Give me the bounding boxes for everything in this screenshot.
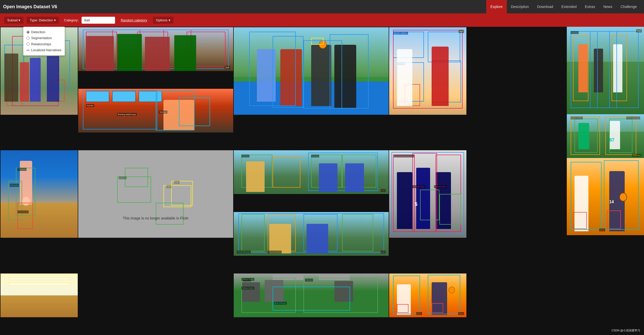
nav-news[interactable]: News [599,0,616,13]
random-category-button[interactable]: Random category [118,17,150,24]
toolbar: Subset ▾ Type: Detection ▾ Category: Ran… [0,13,644,27]
subset-label: Subset [7,18,18,22]
type-dropdown: Detection Segmentation Relationships Loc… [23,27,65,56]
dash-localized [27,50,30,50]
type-option-relationships[interactable]: Relationships [27,41,62,47]
image-cell-soccer-right[interactable]: Bear Bear [389,274,466,317]
image-cell-10[interactable]: Plant (Group) Plant (Group) Ball [234,212,389,256]
image-cell-unavailable[interactable]: Person Ball Ball This image is no longer… [78,150,233,238]
radio-relationships [27,42,30,46]
category-input[interactable] [82,17,115,24]
type-button[interactable]: Type: Detection ▾ [27,17,59,24]
top-nav: Open Images Dataset V6 Explore Descripti… [0,0,644,13]
options-button[interactable]: Options ▾ [153,17,173,24]
radio-detection [27,31,30,34]
subset-button[interactable]: Subset ▾ [4,17,23,24]
image-cell-9[interactable]: Human face (Group) Human face Human face… [389,150,466,238]
type-chevron: ▾ [54,18,56,22]
image-cell-3[interactable] [234,27,389,115]
category-label: Category: [64,18,79,22]
options-chevron: ▾ [169,18,170,22]
image-cell-11[interactable] [1,274,78,317]
subset-chevron: ▾ [19,18,20,22]
nav-extras[interactable]: Extras [581,0,599,13]
type-option-localized[interactable]: Localized Narratives [27,47,62,53]
image-cell-4[interactable]: Sports uniform Person Ball [389,27,466,115]
image-cell-billiard[interactable]: Person Person Billiard table Billiard ta… [234,274,389,317]
image-cell-6[interactable]: Person Person Swimwear [1,150,78,238]
type-label: Type: Detection [30,18,53,22]
image-cell-right-mid[interactable]: Plant, Plant Plant (Group) Mammal 87 [567,114,644,158]
image-cell-5[interactable]: Woman Bowling ball(Group) Human [78,89,233,133]
unavailable-message: This image is no longer available in Fli… [123,216,189,220]
app-title: Open Images Dataset V6 [3,4,57,10]
nav-extended[interactable]: Extended [557,0,581,13]
type-option-detection[interactable]: Detection [27,29,62,35]
nav-links: Explore Description Download Extended Ex… [486,0,641,13]
main-grid: Ball [0,27,644,335]
options-label: Options [156,18,168,22]
image-cell-top-right[interactable]: Ball Person [567,27,644,114]
image-cell-bottom-right[interactable]: Bear 14 CSDN @小花深度学习 [567,158,644,235]
nav-description[interactable]: Description [507,0,533,13]
nav-challenge[interactable]: Challenge [616,0,641,13]
image-cell-8[interactable]: Person Person Ball [234,150,389,194]
nav-download[interactable]: Download [533,0,557,13]
nav-explore[interactable]: Explore [486,0,507,13]
type-option-segmentation[interactable]: Segmentation [27,35,62,41]
radio-segmentation [27,37,30,40]
image-cell-2[interactable]: Ball [78,27,233,71]
